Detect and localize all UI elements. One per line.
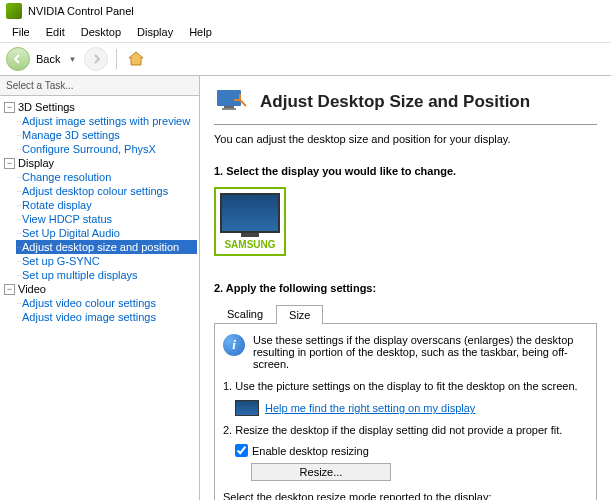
tree-toggle-icon[interactable]: − xyxy=(4,102,15,113)
nvidia-icon xyxy=(6,3,22,19)
page-title: Adjust Desktop Size and Position xyxy=(260,92,530,112)
back-dropdown[interactable]: ▼ xyxy=(68,55,76,64)
svg-rect-1 xyxy=(224,106,234,108)
back-label: Back xyxy=(36,53,60,65)
forward-button[interactable] xyxy=(84,47,108,71)
display-name: SAMSUNG xyxy=(220,239,280,250)
tree-item[interactable]: Set up multiple displays xyxy=(16,268,197,282)
step-1: 1. Use the picture settings on the displ… xyxy=(223,380,588,392)
tree-item[interactable]: Adjust video colour settings xyxy=(16,296,197,310)
app-title: NVIDIA Control Panel xyxy=(28,5,134,17)
task-tree: −3D SettingsAdjust image settings with p… xyxy=(0,96,199,500)
tree-item[interactable]: View HDCP status xyxy=(16,212,197,226)
tree-category[interactable]: −Display xyxy=(2,156,197,170)
tree-item[interactable]: Adjust image settings with preview xyxy=(16,114,197,128)
menu-edit[interactable]: Edit xyxy=(38,24,73,40)
menu-display[interactable]: Display xyxy=(129,24,181,40)
tree-item[interactable]: Manage 3D settings xyxy=(16,128,197,142)
toolbar: Back ▼ xyxy=(0,42,611,76)
display-selection[interactable]: SAMSUNG xyxy=(214,187,286,256)
info-icon: i xyxy=(223,334,245,356)
monitor-icon xyxy=(220,193,280,233)
tab-body: i Use these settings if the display over… xyxy=(214,324,597,500)
menubar: File Edit Desktop Display Help xyxy=(0,22,611,42)
tree-item[interactable]: Adjust desktop colour settings xyxy=(16,184,197,198)
tab-size[interactable]: Size xyxy=(276,305,323,324)
tree-item[interactable]: Adjust desktop size and position xyxy=(16,240,197,254)
tree-item[interactable]: Configure Surround, PhysX xyxy=(16,142,197,156)
small-monitor-icon xyxy=(235,400,259,416)
sidebar-header: Select a Task... xyxy=(0,76,199,96)
tree-category[interactable]: −Video xyxy=(2,282,197,296)
tree-item[interactable]: Set up G-SYNC xyxy=(16,254,197,268)
tree-item[interactable]: Rotate display xyxy=(16,198,197,212)
home-button[interactable] xyxy=(125,48,147,70)
help-link[interactable]: Help me find the right setting on my dis… xyxy=(265,402,475,414)
svg-rect-2 xyxy=(222,108,236,110)
menu-help[interactable]: Help xyxy=(181,24,220,40)
tree-toggle-icon[interactable]: − xyxy=(4,284,15,295)
tabs: Scaling Size xyxy=(214,304,597,324)
sidebar: Select a Task... −3D SettingsAdjust imag… xyxy=(0,76,200,500)
info-text: Use these settings if the display oversc… xyxy=(253,334,588,370)
menu-desktop[interactable]: Desktop xyxy=(73,24,129,40)
titlebar: NVIDIA Control Panel xyxy=(0,0,611,22)
tab-scaling[interactable]: Scaling xyxy=(214,304,276,323)
back-button[interactable] xyxy=(6,47,30,71)
section-1-title: 1. Select the display you would like to … xyxy=(214,165,597,177)
resize-button[interactable]: Resize... xyxy=(251,463,391,481)
page-intro: You can adjust the desktop size and posi… xyxy=(214,133,597,145)
page-icon xyxy=(214,84,250,120)
toolbar-divider xyxy=(116,49,117,69)
tree-item[interactable]: Change resolution xyxy=(16,170,197,184)
tree-toggle-icon[interactable]: − xyxy=(4,158,15,169)
content: Adjust Desktop Size and Position You can… xyxy=(200,76,611,500)
menu-file[interactable]: File xyxy=(4,24,38,40)
tree-item[interactable]: Set Up Digital Audio xyxy=(16,226,197,240)
svg-rect-0 xyxy=(217,90,241,106)
section-2-title: 2. Apply the following settings: xyxy=(214,282,597,294)
tree-item[interactable]: Adjust video image settings xyxy=(16,310,197,324)
tree-category[interactable]: −3D Settings xyxy=(2,100,197,114)
enable-resize-checkbox[interactable] xyxy=(235,444,248,457)
step-2: 2. Resize the desktop if the display set… xyxy=(223,424,588,436)
enable-resize-label[interactable]: Enable desktop resizing xyxy=(252,445,369,457)
select-mode-label: Select the desktop resize mode reported … xyxy=(223,491,588,500)
